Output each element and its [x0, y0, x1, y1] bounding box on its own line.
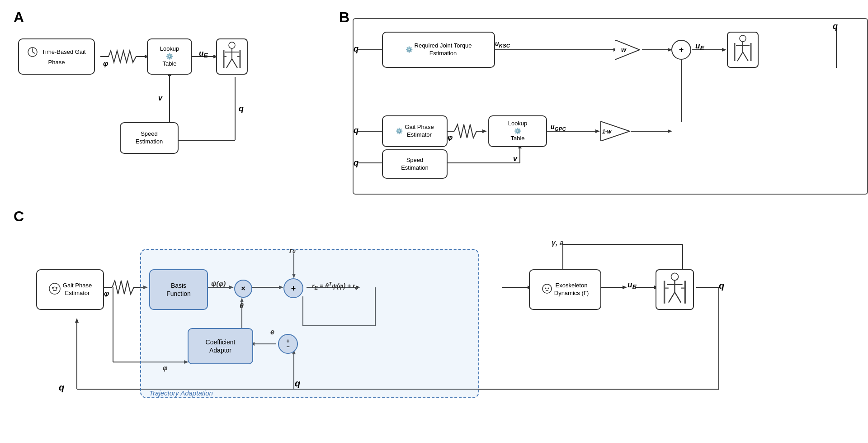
exo-figure-b [727, 32, 759, 68]
speed-est-b: SpeedEstimation [382, 149, 448, 179]
phi-label-b: φ [448, 133, 453, 142]
lookup-table-b: Lookup ⚙️ Table [488, 115, 547, 147]
v-label-b: v [513, 155, 517, 163]
q-label-b3: q [354, 158, 359, 168]
uGPC-label: uGPC [551, 123, 566, 132]
uE-label-a: uE [199, 49, 208, 59]
label-c: C [14, 208, 24, 225]
coeff-adaptor-box: CoefficientAdaptor [188, 328, 253, 364]
svg-marker-67 [623, 286, 627, 289]
phi-label-c2: φ [163, 364, 168, 372]
e-label: e [270, 328, 274, 336]
uE-label-c: uE [627, 281, 637, 291]
mult-circle-c: × [234, 280, 252, 298]
q-label-c-out: q [719, 281, 724, 291]
q-label-b2: q [354, 126, 359, 135]
uKSC-label: uKSC [495, 40, 510, 48]
svg-point-97 [542, 284, 552, 293]
svg-line-105 [675, 292, 681, 303]
basis-function-box: BasisFunction [149, 269, 208, 310]
q-label-b1: q [354, 44, 359, 54]
r0-label: r₀ [289, 246, 295, 255]
gait-phase-est-c: Gait PhaseEstimator [36, 269, 104, 310]
svg-line-15 [232, 59, 237, 68]
psi-phi-label: ψ(φ) [211, 280, 226, 287]
diagram-c: C [14, 208, 854, 425]
phi-label-a: φ [103, 60, 108, 68]
q-label-a: q [239, 104, 244, 114]
svg-line-14 [226, 59, 232, 68]
exo-figure-c [656, 269, 694, 310]
minus-circle-c: + − [278, 334, 298, 354]
req-joint-torque: ⚙️ Required Joint TorqueEstimation [382, 32, 495, 68]
svg-line-104 [669, 292, 675, 303]
svg-point-45 [740, 35, 746, 42]
exo-dynamics-box: ExoskeletonDynamics (Γ) [529, 269, 601, 310]
svg-text:1-w: 1-w [602, 129, 612, 135]
phi-label-c: φ [104, 290, 109, 298]
lookup-table-a: Lookup ⚙️ Table [147, 38, 192, 75]
main-container: A [0, 0, 868, 443]
svg-line-49 [743, 52, 748, 61]
w-gain: w [615, 40, 640, 60]
theta-label: θ [240, 302, 244, 310]
svg-text:w: w [621, 46, 627, 53]
trajectory-label: Trajectory Adaptation [149, 389, 213, 397]
speed-est-a: SpeedEstimation [120, 122, 179, 154]
svg-line-48 [737, 52, 743, 61]
diagram-a: A [14, 9, 294, 199]
svg-marker-43 [615, 40, 640, 60]
rE-equation: rE = θTψ(φ) + r0 [312, 281, 358, 291]
svg-point-101 [671, 273, 679, 280]
sum-circle-c: + [283, 278, 303, 298]
q-label-c-bottom: q [59, 382, 64, 393]
svg-marker-74 [75, 318, 79, 323]
svg-point-99 [547, 287, 549, 289]
diagram-b: B [339, 9, 868, 199]
uE-label-b: uE [695, 42, 704, 52]
time-based-gait-box: Time-Based Gait Phase [18, 38, 95, 75]
q-label-c-minus: q [295, 378, 300, 389]
sum-circle-b: + [671, 40, 691, 60]
label-b: B [339, 9, 349, 26]
v-label-a: v [158, 94, 162, 102]
gait-phase-est-b: ⚙️ Gait PhaseEstimator [382, 115, 448, 147]
one-minus-w-gain: 1-w [600, 121, 630, 141]
label-a: A [14, 9, 24, 26]
svg-point-98 [545, 287, 546, 289]
top-row: A [14, 9, 854, 199]
svg-point-96 [53, 287, 57, 291]
bottom-row: C [14, 208, 854, 425]
q-label-b-right: q [833, 22, 838, 31]
svg-line-10 [33, 52, 35, 53]
gamma-a-label: γ, a [552, 239, 564, 247]
exo-figure-a [216, 38, 248, 75]
svg-point-92 [49, 283, 60, 294]
svg-point-11 [229, 42, 235, 48]
